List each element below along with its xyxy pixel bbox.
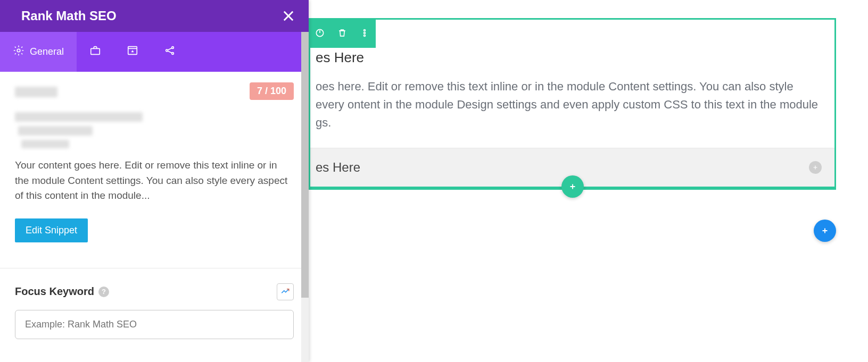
expand-icon[interactable] xyxy=(809,161,822,174)
module-title[interactable]: es Here xyxy=(316,49,819,66)
panel-body: 7 / 100 Your content goes here. Edit or … xyxy=(0,72,309,362)
module-text[interactable]: oes here. Edit or remove this text inlin… xyxy=(316,78,819,132)
svg-point-8 xyxy=(364,32,366,34)
tab-general-label: General xyxy=(30,46,64,57)
add-section-button[interactable] xyxy=(814,220,836,242)
more-icon[interactable] xyxy=(353,18,376,48)
snippet-description: Your content goes here. Edit or remove t… xyxy=(15,158,294,204)
power-icon[interactable] xyxy=(309,18,331,48)
gear-icon xyxy=(13,45,24,59)
svg-rect-1 xyxy=(91,48,100,54)
redacted-line xyxy=(15,112,143,122)
svg-point-7 xyxy=(364,30,366,31)
svg-point-4 xyxy=(172,47,174,49)
module-toolbar xyxy=(309,18,376,48)
svg-point-9 xyxy=(364,35,366,37)
panel-tabs: General xyxy=(0,32,309,72)
edit-snippet-button[interactable]: Edit Snippet xyxy=(15,218,88,242)
tab-general[interactable]: General xyxy=(0,32,77,72)
panel-scrollbar[interactable] xyxy=(301,32,309,362)
tab-schema[interactable] xyxy=(114,32,151,72)
module-inner: es Here oes here. Edit or remove this te… xyxy=(310,20,834,148)
help-icon[interactable]: ? xyxy=(98,287,109,297)
panel-header: Rank Math SEO xyxy=(0,0,309,32)
svg-point-3 xyxy=(166,49,168,52)
redacted-line xyxy=(15,87,57,97)
module-add-bar xyxy=(310,187,834,188)
focus-keyword-label: Focus Keyword ? xyxy=(15,285,109,298)
divider xyxy=(0,268,309,268)
add-module-button[interactable] xyxy=(561,175,584,198)
redacted-line xyxy=(18,126,93,136)
svg-point-0 xyxy=(17,49,20,52)
focus-keyword-label-text: Focus Keyword xyxy=(15,285,94,298)
tab-social[interactable] xyxy=(151,32,188,72)
builder-module[interactable]: es Here oes here. Edit or remove this te… xyxy=(309,18,836,190)
svg-point-5 xyxy=(172,53,174,55)
panel-title: Rank Math SEO xyxy=(21,9,117,23)
trash-icon[interactable] xyxy=(331,18,353,48)
window-star-icon xyxy=(127,45,138,59)
briefcase-icon xyxy=(89,45,101,59)
redacted-line xyxy=(21,140,69,148)
seo-score-badge: 7 / 100 xyxy=(250,82,294,100)
tab-advanced[interactable] xyxy=(77,32,114,72)
trends-icon[interactable] xyxy=(277,283,294,300)
module-sub-title: es Here xyxy=(316,160,360,175)
share-icon xyxy=(164,45,176,59)
panel-scrollbar-thumb[interactable] xyxy=(301,32,309,298)
focus-keyword-input[interactable] xyxy=(15,310,294,339)
page-builder: es Here oes here. Edit or remove this te… xyxy=(309,0,868,362)
rankmath-panel: Rank Math SEO General 7 / 1 xyxy=(0,0,309,362)
close-icon[interactable] xyxy=(281,9,296,23)
focus-keyword-row: Focus Keyword ? xyxy=(15,283,294,300)
